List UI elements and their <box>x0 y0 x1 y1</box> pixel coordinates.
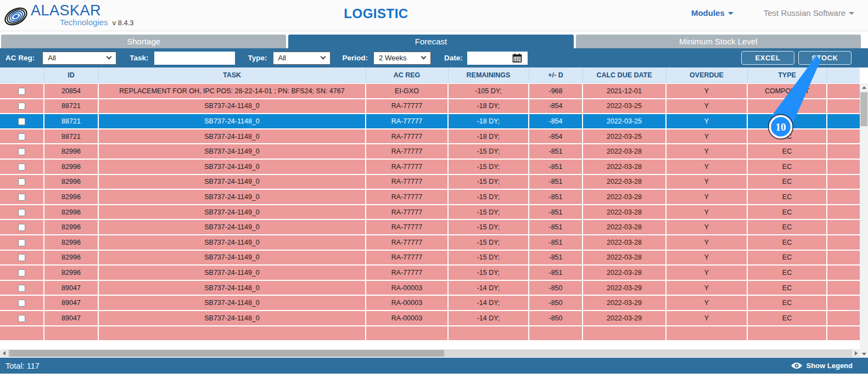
row-checkbox[interactable] <box>18 300 25 307</box>
cell-calc-due-date: 2022-03-28 <box>583 189 666 205</box>
table-row[interactable]: 82996SB737-24-1149_0RA-77777-15 DY;-8512… <box>0 235 860 250</box>
cell-ac-reg: RA-77777 <box>366 219 448 235</box>
cell-calc-due-date: 2022-03-29 <box>583 295 666 311</box>
row-select-cell <box>0 205 44 220</box>
row-select-cell <box>0 265 44 280</box>
row-checkbox[interactable] <box>18 269 25 277</box>
topbar: ALASKAR Technologies v 8.4.3 LOGISTIC Mo… <box>0 0 868 31</box>
row-checkbox[interactable] <box>18 178 25 185</box>
row-checkbox[interactable] <box>18 118 25 125</box>
row-checkbox[interactable] <box>18 285 25 292</box>
table-header-row: IDTASKAC REGREMAININGS+/- DCALC DUE DATE… <box>0 67 860 83</box>
table-row[interactable]: 89047SB737-24-1148_0RA-00003-14 DY;-8502… <box>0 311 860 326</box>
cell-task: SB737-24-1148_0 <box>98 114 366 129</box>
row-checkbox[interactable] <box>18 194 25 201</box>
cell-type: EC <box>747 311 827 326</box>
cell-task: SB737-24-1149_0 <box>98 174 366 190</box>
table-row[interactable]: 82996SB737-24-1149_0RA-77777-15 DY;-8512… <box>0 205 860 220</box>
cell-calc-due-date: 2022-03-28 <box>583 265 666 280</box>
cell-type: EC <box>747 159 827 174</box>
scroll-down-icon[interactable] <box>860 350 868 358</box>
horizontal-scrollbar[interactable] <box>0 349 860 357</box>
table-row[interactable]: 82996SB737-24-1149_0RA-77777-15 DY;-8512… <box>0 144 860 159</box>
table-row[interactable]: 82996SB737-24-1149_0RA-77777-15 DY;-8512… <box>0 219 860 235</box>
row-checkbox[interactable] <box>18 133 25 140</box>
row-checkbox[interactable] <box>18 209 25 216</box>
table-row[interactable]: 89047SB737-24-1148_0RA-00003-14 DY;-8502… <box>0 295 860 311</box>
vertical-scrollbar[interactable] <box>860 83 868 358</box>
period-label: Period: <box>343 54 368 62</box>
task-input[interactable] <box>154 52 235 65</box>
cell-pm-d: -851 <box>529 189 583 205</box>
scroll-up-icon[interactable] <box>860 83 868 91</box>
scroll-left-icon[interactable] <box>0 349 8 357</box>
cell-type: EC <box>747 99 827 114</box>
forecast-table: IDTASKAC REGREMAININGS+/- DCALC DUE DATE… <box>0 67 860 348</box>
cell-type: EC <box>747 205 827 220</box>
status-bar: Total: 117 Show Legend <box>0 358 868 374</box>
cell-ac-reg: RA-77777 <box>366 144 448 159</box>
modules-menu[interactable]: Modules <box>691 8 733 18</box>
cell-calc-due-date: 2022-03-28 <box>583 250 666 266</box>
vertical-scrollbar-thumb[interactable] <box>860 92 867 126</box>
cell-task: SB737-24-1148_0 <box>98 311 366 326</box>
brand-logo[interactable]: ALASKAR Technologies v 8.4.3 <box>3 2 134 29</box>
calendar-icon[interactable] <box>512 53 522 63</box>
cell-pm-d: -854 <box>529 114 583 129</box>
cell-pm-d: -851 <box>529 265 583 280</box>
cell-type: EC <box>747 189 827 205</box>
cell-ac-reg: RA-00003 <box>366 280 448 296</box>
row-checkbox[interactable] <box>18 88 25 95</box>
tab-shortage[interactable]: Shortage <box>1 35 286 48</box>
row-checkbox[interactable] <box>18 148 25 155</box>
row-checkbox[interactable] <box>18 103 25 110</box>
cell-task: SB737-24-1149_0 <box>98 235 366 250</box>
row-checkbox[interactable] <box>18 254 25 261</box>
table-row[interactable]: 82996SB737-24-1149_0RA-77777-15 DY;-8512… <box>0 189 860 205</box>
cell-blank <box>827 326 860 341</box>
row-checkbox[interactable] <box>18 224 25 231</box>
cell-ac-reg <box>366 326 448 341</box>
row-checkbox[interactable] <box>18 315 25 322</box>
stock-button[interactable]: STOCK <box>798 51 852 65</box>
cell-blank <box>827 295 860 311</box>
cell-pm-d <box>529 326 583 341</box>
table-row[interactable]: 89047SB737-24-1148_0RA-00003-14 DY;-8502… <box>0 280 860 296</box>
tab-minimum-stock-level[interactable]: Minimum Stock Level <box>576 35 861 48</box>
cell-blank <box>827 174 860 190</box>
show-legend-button[interactable]: Show Legend <box>791 362 853 370</box>
cell-id: 89047 <box>44 295 98 311</box>
table-row[interactable]: 20854REPLACEMENT FOR OH, IPC POS: 28-22-… <box>0 83 860 99</box>
period-select[interactable]: 2 Weeks <box>373 52 431 65</box>
table-row[interactable]: 82996SB737-24-1149_0RA-77777-15 DY;-8512… <box>0 265 860 280</box>
date-input[interactable] <box>467 52 512 64</box>
table-row[interactable] <box>0 326 860 341</box>
type-select[interactable]: All <box>273 52 331 65</box>
table-row[interactable]: 88721SB737-24-1148_0RA-77777-18 DY;-8542… <box>0 129 860 144</box>
cell-pm-d: -851 <box>529 159 583 174</box>
account-menu[interactable]: Test Russian Software <box>764 8 854 18</box>
ac-reg-label: AC Reg: <box>5 54 35 62</box>
table-row[interactable]: 82996SB737-24-1149_0RA-77777-15 DY;-8512… <box>0 250 860 266</box>
table-row[interactable]: 82996SB737-24-1149_0RA-77777-15 DY;-8512… <box>0 159 860 174</box>
table-row[interactable]: 82996SB737-24-1149_0RA-77777-15 DY;-8512… <box>0 174 860 190</box>
ac-reg-select[interactable]: All <box>42 52 116 65</box>
scroll-right-icon[interactable] <box>852 349 860 357</box>
tab-forecast[interactable]: Forecast <box>288 35 573 48</box>
row-checkbox[interactable] <box>18 239 25 246</box>
table-row[interactable]: 88721SB737-24-1148_0RA-77777-18 DY;-8542… <box>0 114 860 129</box>
eye-icon <box>791 362 803 370</box>
excel-button[interactable]: EXCEL <box>741 51 794 65</box>
cell-blank <box>827 205 860 220</box>
cell-calc-due-date: 2022-03-25 <box>583 99 666 114</box>
horizontal-scrollbar-thumb[interactable] <box>9 350 444 357</box>
cell-type: COMPONENT <box>747 83 827 99</box>
column-header-remainings: REMAININGS <box>448 67 529 83</box>
column-header-type: TYPE <box>747 67 827 83</box>
row-checkbox[interactable] <box>18 163 25 171</box>
table-row[interactable]: 88721SB737-24-1148_0RA-77777-18 DY;-8542… <box>0 99 860 114</box>
cell-ac-reg: RA-77777 <box>366 235 448 250</box>
row-select-cell <box>0 250 44 266</box>
page-title: LOGISTIC <box>307 6 445 21</box>
cell-ac-reg: EI-GXO <box>366 83 448 99</box>
